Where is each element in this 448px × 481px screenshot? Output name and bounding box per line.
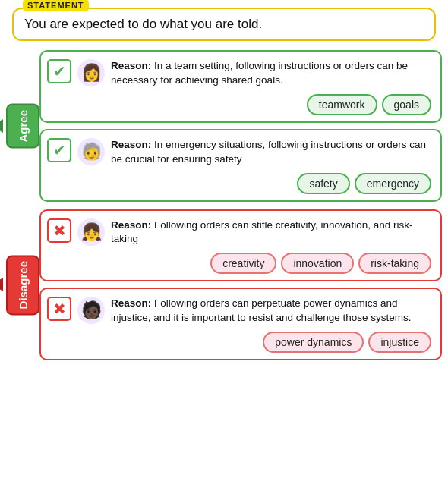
disagree-reason-bold-1: Reason: [111, 219, 151, 231]
disagree-card-2-top: ✖ 🧑🏿 Reason: Following orders can perpet… [47, 297, 431, 325]
disagree-tag-injustice: injustice [368, 332, 431, 353]
disagree-tag-innovation: innovation [281, 253, 354, 274]
agree-label: Agree [17, 110, 30, 143]
agree-reason-text-2: Reason: In emergency situations, followi… [111, 138, 431, 167]
disagree-reasons-col: ✖ 👧 Reason: Following orders can stifle … [39, 209, 442, 361]
statement-box: STATEMENT You are expected to do what yo… [12, 8, 436, 41]
agree-tag-teamwork: teamwork [307, 94, 377, 115]
disagree-card-1: ✖ 👧 Reason: Following orders can stifle … [39, 209, 442, 282]
disagree-avatar-2: 🧑🏿 [77, 297, 105, 324]
agree-checkmark-icon-2: ✔ [47, 138, 71, 162]
disagree-block: Disagree ✖ 👧 Reason: Following orders ca… [6, 209, 442, 361]
statement-text: You are expected to do what you are told… [24, 17, 262, 31]
agree-label-col: Agree [6, 104, 39, 149]
disagree-tag-power-dynamics: power dynamics [263, 332, 364, 353]
agree-tag-goals: goals [382, 94, 431, 115]
agree-reason-body-1: In a team setting, following instruction… [111, 60, 408, 86]
disagree-avatar-1: 👧 [77, 218, 105, 246]
disagree-avatar-emoji-1: 👧 [81, 224, 102, 240]
disagree-reason-body-2: Following orders can perpetuate power dy… [111, 297, 411, 323]
disagree-x-icon-1: ✖ [47, 218, 71, 243]
agree-avatar-emoji-2: 🧓 [81, 143, 102, 160]
disagree-card-2: ✖ 🧑🏿 Reason: Following orders can perpet… [39, 288, 442, 360]
disagree-reason-content-2: Reason: Following orders can perpetuate … [111, 297, 411, 323]
disagree-reason-body-1: Following orders can stifle creativity, … [111, 219, 412, 245]
page-container: STATEMENT You are expected to do what yo… [0, 0, 448, 481]
agree-block: Agree ✔ 👩 Reason: In a team setting, fol… [6, 50, 442, 202]
agree-reason-bold-1: Reason: [111, 60, 151, 71]
disagree-card-1-top: ✖ 👧 Reason: Following orders can stifle … [47, 218, 431, 247]
agree-tags-2: safety emergency [47, 173, 431, 194]
disagree-label-col: Disagree [6, 255, 39, 315]
agree-tag-emergency: emergency [355, 173, 431, 194]
agree-checkmark-icon-1: ✔ [47, 59, 71, 83]
agree-reason-text-1: Reason: In a team setting, following ins… [111, 59, 431, 88]
sections: Agree ✔ 👩 Reason: In a team setting, fol… [6, 50, 442, 473]
agree-avatar-2: 🧓 [77, 138, 105, 165]
agree-reason-bold-2: Reason: [111, 139, 151, 150]
agree-arrow [0, 119, 3, 133]
agree-card-2: ✔ 🧓 Reason: In emergency situations, fol… [39, 129, 442, 202]
disagree-avatar-emoji-2: 🧑🏿 [81, 302, 102, 319]
agree-avatar-emoji-1: 👩 [81, 64, 102, 81]
agree-reason-content-1: Reason: In a team setting, following ins… [111, 60, 408, 86]
agree-tags-1: teamwork goals [47, 94, 431, 115]
disagree-reason-bold-2: Reason: [111, 297, 151, 309]
agree-card-1: ✔ 👩 Reason: In a team setting, following… [39, 50, 442, 123]
agree-card-1-top: ✔ 👩 Reason: In a team setting, following… [47, 59, 431, 88]
disagree-reason-text-1: Reason: Following orders can stifle crea… [111, 218, 431, 247]
agree-card-2-top: ✔ 🧓 Reason: In emergency situations, fol… [47, 138, 431, 167]
agree-reasons-col: ✔ 👩 Reason: In a team setting, following… [39, 50, 442, 202]
agree-reason-body-2: In emergency situations, following instr… [111, 139, 426, 165]
disagree-reason-text-2: Reason: Following orders can perpetuate … [111, 297, 431, 325]
disagree-reason-content-1: Reason: Following orders can stifle crea… [111, 219, 412, 245]
disagree-x-icon-2: ✖ [47, 297, 71, 321]
disagree-tags-2: power dynamics injustice [47, 332, 431, 353]
agree-tag-safety: safety [297, 173, 349, 194]
disagree-tag-creativity: creativity [210, 253, 276, 274]
disagree-label: Disagree [17, 261, 30, 309]
agree-avatar-1: 👩 [77, 59, 105, 86]
statement-label: STATEMENT [23, 0, 89, 11]
disagree-tag-risk-taking: risk-taking [358, 253, 431, 274]
disagree-arrow [0, 278, 3, 291]
disagree-tags-1: creativity innovation risk-taking [47, 253, 431, 274]
agree-reason-content-2: Reason: In emergency situations, followi… [111, 139, 426, 165]
